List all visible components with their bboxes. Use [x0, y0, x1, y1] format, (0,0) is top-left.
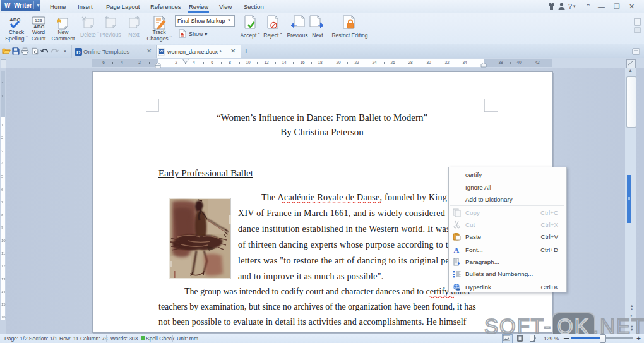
svg-text:123: 123 — [35, 18, 42, 23]
svg-text:D: D — [76, 49, 81, 56]
svg-text:A: A — [454, 246, 460, 254]
svg-text:ABC: ABC — [33, 24, 45, 29]
